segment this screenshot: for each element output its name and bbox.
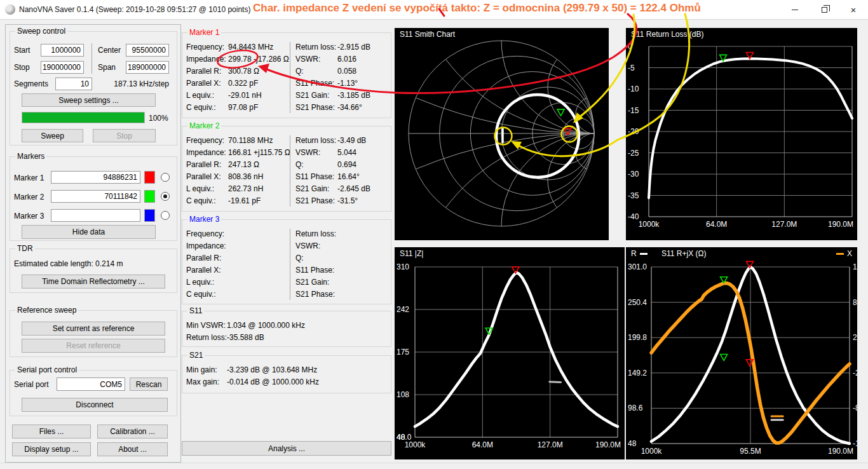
- return-loss-canvas: 0-5-10-15-20-25-30-35-401000k64.0M127.0M…: [626, 28, 857, 240]
- field-label: Q:: [295, 67, 337, 76]
- app-window: NanoVNA Saver 0.1.4 (Sweep: 2019-10-28 0…: [0, 0, 868, 469]
- center-input[interactable]: 95500000: [126, 44, 169, 57]
- svg-text:149.2: 149.2: [628, 369, 647, 377]
- field-value: -3.239 dB @ 103.648 MHz: [227, 365, 317, 374]
- annotation-text: Char. impedance Z vedení se vypočítá tak…: [253, 2, 701, 15]
- svg-text:1000k: 1000k: [639, 220, 660, 229]
- rescan-button[interactable]: Rescan: [130, 377, 168, 391]
- span-input[interactable]: 189000000: [126, 61, 169, 74]
- marker1-panel-title: Marker 1: [187, 28, 221, 37]
- cable-length-text: Estimated cable length: 0.214 m: [14, 259, 123, 268]
- files-button[interactable]: Files ...: [12, 425, 91, 438]
- svg-text:301.0: 301.0: [628, 262, 647, 271]
- sweep-button[interactable]: Sweep: [22, 129, 83, 142]
- restore-button[interactable]: [810, 0, 839, 20]
- marker3-color-swatch[interactable]: [144, 209, 155, 222]
- field-label: Parallel R:: [186, 160, 228, 169]
- field-label: Return loss:: [186, 333, 227, 342]
- field-value: 300.78 Ω: [228, 67, 259, 76]
- field-row: Parallel R:247.13 Ω: [186, 158, 288, 170]
- field-value: -2.915 dB: [337, 43, 370, 51]
- field-row: S21 Phase:-34.66°: [295, 101, 388, 113]
- field-label: S21 Phase:: [295, 290, 337, 299]
- start-input[interactable]: 1000000: [41, 44, 84, 57]
- sweep-progress-bar: [22, 112, 145, 123]
- serial-title: Serial port control: [15, 365, 79, 374]
- close-button[interactable]: ×: [839, 0, 868, 20]
- reset-reference-button[interactable]: Reset reference: [22, 339, 165, 353]
- analysis-button[interactable]: Analysis ...: [182, 441, 391, 456]
- minimize-button[interactable]: [780, 0, 810, 20]
- field-label: Max gain:: [186, 377, 227, 386]
- disconnect-button[interactable]: Disconnect: [22, 398, 168, 412]
- smith-chart-canvas: [395, 28, 609, 240]
- display-setup-button[interactable]: Display setup ...: [12, 442, 91, 456]
- r-legend-label: R: [631, 249, 637, 258]
- field-row: L equiv.:262.73 nH: [186, 182, 288, 194]
- marker1-panel: Marker 1 Frequency:94.8443 MHzImpedance:…: [182, 32, 391, 118]
- hide-data-button[interactable]: Hide data: [22, 225, 156, 239]
- field-label: Frequency:: [186, 136, 228, 145]
- marker2-label: Marker 2: [14, 193, 44, 201]
- field-row: Parallel X:0.322 pF: [186, 77, 288, 89]
- segments-label: Segments: [14, 79, 48, 88]
- field-row: S21 Gain:: [295, 276, 388, 288]
- marker1-color-swatch[interactable]: [144, 171, 155, 184]
- return-loss-chart[interactable]: S11 Return Loss (dB) 0-5-10-15-20-25-30-…: [626, 28, 857, 240]
- svg-text:-142: -142: [853, 439, 857, 448]
- marker3-input[interactable]: [51, 209, 140, 222]
- field-row: Parallel R:300.78 Ω: [186, 65, 288, 77]
- field-label: Frequency:: [186, 43, 228, 51]
- field-value: 5.044: [337, 148, 356, 157]
- app-icon: [5, 4, 15, 15]
- field-value: 299.78 -j17.286 Ω: [228, 55, 289, 64]
- field-label: Parallel R:: [186, 254, 228, 262]
- stop-button[interactable]: Stop: [93, 129, 156, 142]
- marker2-input[interactable]: 70111842: [51, 190, 140, 203]
- impedance-chart-title: S11 |Z|: [400, 249, 423, 258]
- marker2-color-swatch[interactable]: [144, 190, 155, 203]
- field-value: -1.13°: [337, 79, 358, 88]
- marker2-radio[interactable]: [161, 192, 170, 201]
- field-row: S11 Phase:-1.13°: [295, 77, 388, 89]
- field-row: Min VSWR:1.034 @ 1000.000 kHz: [186, 319, 388, 331]
- smith-chart[interactable]: S11 Smith Chart: [395, 28, 609, 240]
- field-value: 808.36 nH: [228, 172, 263, 181]
- marker1-radio[interactable]: [161, 173, 170, 182]
- field-row: Return loss:: [295, 228, 388, 240]
- tdr-button[interactable]: Time Domain Reflectometry ...: [22, 275, 165, 289]
- field-label: S21 Gain:: [295, 184, 337, 193]
- set-reference-button[interactable]: Set current as reference: [22, 322, 165, 336]
- svg-text:48: 48: [628, 439, 637, 448]
- marker2-panel: Marker 2 Frequency:70.1188 MHzImpedance:…: [182, 126, 391, 212]
- field-label: S11 Phase:: [295, 266, 337, 275]
- svg-text:-30: -30: [628, 170, 639, 179]
- svg-text:199.8: 199.8: [628, 333, 647, 342]
- r-plus-jx-chart[interactable]: R S11 R+jX (Ω) X 301.0250.4199.8149.298.…: [626, 247, 857, 459]
- stop-input[interactable]: 190000000: [41, 61, 84, 74]
- calibration-button[interactable]: Calibration ...: [97, 425, 168, 438]
- about-button[interactable]: About ...: [97, 442, 168, 456]
- marker3-panel: Marker 3 Frequency:Impedance:Parallel R:…: [182, 219, 391, 304]
- sweep-settings-button[interactable]: Sweep settings ...: [22, 93, 156, 107]
- sweep-control-group: Sweep control Start 1000000 Stop 1900000…: [10, 31, 177, 146]
- svg-text:190.0M: 190.0M: [828, 447, 853, 456]
- svg-text:190.0M: 190.0M: [828, 220, 853, 229]
- marker3-radio[interactable]: [161, 211, 170, 220]
- status-bar: [0, 463, 868, 469]
- marker1-label: Marker 1: [14, 173, 44, 182]
- r-legend: R: [631, 249, 648, 258]
- serial-port-input[interactable]: COM5: [57, 377, 125, 391]
- marker1-input[interactable]: 94886231: [51, 171, 140, 184]
- svg-text:-28.4: -28.4: [853, 369, 857, 377]
- segments-input[interactable]: 10: [55, 78, 92, 90]
- impedance-chart[interactable]: S11 |Z| 3102421751084840.01000k64.0M127.…: [395, 247, 625, 459]
- field-label: Q:: [295, 160, 337, 169]
- field-row: Impedance:: [186, 240, 288, 252]
- field-label: Min VSWR:: [186, 321, 227, 330]
- field-label: VSWR:: [295, 148, 337, 157]
- sweep-control-title: Sweep control: [15, 27, 67, 36]
- field-label: C equiv.:: [186, 196, 228, 205]
- field-row: Return loss:-3.49 dB: [295, 134, 388, 146]
- field-value: -29.01 nH: [228, 91, 262, 100]
